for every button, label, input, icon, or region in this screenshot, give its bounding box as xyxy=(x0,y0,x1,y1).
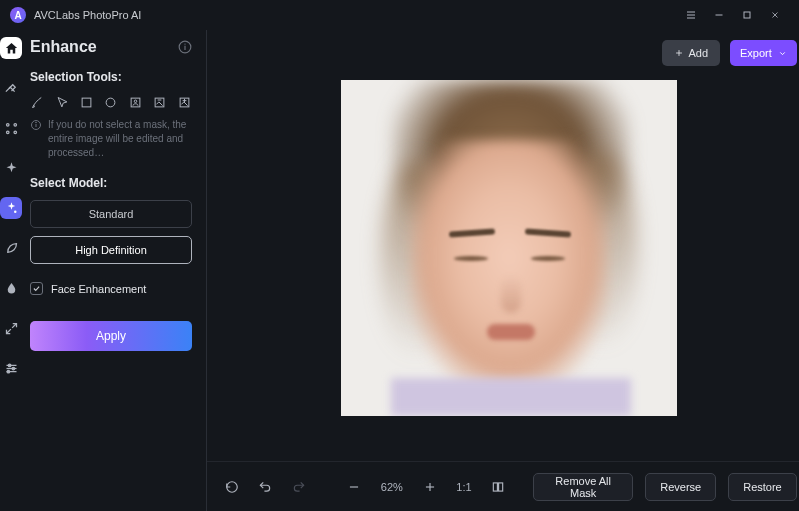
nav-eraser-icon[interactable] xyxy=(0,77,22,99)
svg-point-24 xyxy=(107,98,116,107)
canvas-area[interactable] xyxy=(207,76,799,461)
undo-icon[interactable] xyxy=(254,474,275,500)
svg-point-8 xyxy=(14,123,17,126)
compare-icon[interactable] xyxy=(488,474,509,500)
svg-point-22 xyxy=(184,43,185,44)
plus-icon xyxy=(674,48,684,58)
nav-sliders-icon[interactable] xyxy=(0,357,22,379)
svg-point-17 xyxy=(8,364,11,367)
panel-title: Enhance xyxy=(30,38,178,56)
export-button[interactable]: Export xyxy=(730,40,797,66)
maximize-icon[interactable] xyxy=(733,1,761,29)
apply-button[interactable]: Apply xyxy=(30,321,192,351)
add-button[interactable]: Add xyxy=(662,40,720,66)
app-logo xyxy=(10,7,26,23)
circle-tool-icon[interactable] xyxy=(103,94,118,110)
app-title: AVCLabs PhotoPro AI xyxy=(34,9,141,21)
nav-enhance-icon[interactable] xyxy=(0,197,22,219)
close-icon[interactable] xyxy=(761,1,789,29)
svg-point-26 xyxy=(134,100,137,103)
refresh-icon[interactable] xyxy=(221,474,242,500)
workspace-toolbar-bottom: 62% 1:1 Remove All Mask Reverse Restore xyxy=(207,461,799,511)
face-enhancement-checkbox[interactable]: Face Enhancement xyxy=(30,282,192,295)
checkbox-icon xyxy=(30,282,43,295)
nav-sparkle-icon[interactable] xyxy=(0,157,22,179)
svg-point-7 xyxy=(6,123,9,126)
svg-line-12 xyxy=(12,323,16,327)
pointer-tool-icon[interactable] xyxy=(54,94,69,110)
nav-rail xyxy=(0,30,22,511)
svg-line-13 xyxy=(6,329,10,333)
zoom-in-icon[interactable] xyxy=(419,474,440,500)
remove-all-mask-button[interactable]: Remove All Mask xyxy=(533,473,633,501)
selection-hint: If you do not select a mask, the entire … xyxy=(30,118,192,160)
reverse-button[interactable]: Reverse xyxy=(645,473,716,501)
nav-expand-icon[interactable] xyxy=(0,317,22,339)
info-icon[interactable] xyxy=(178,40,192,54)
selection-tool-row xyxy=(30,94,192,110)
minimize-icon[interactable] xyxy=(705,1,733,29)
rect-tool-icon[interactable] xyxy=(79,94,94,110)
svg-point-11 xyxy=(14,210,17,213)
person-tool-icon[interactable] xyxy=(128,94,143,110)
info-small-icon xyxy=(30,119,42,131)
model-high-definition-button[interactable]: High Definition xyxy=(30,236,192,264)
zoom-value: 62% xyxy=(377,481,407,493)
svg-rect-23 xyxy=(82,98,91,107)
chevron-down-icon xyxy=(778,49,787,58)
restore-button[interactable]: Restore xyxy=(728,473,797,501)
svg-point-9 xyxy=(6,131,9,134)
face-enhancement-label: Face Enhancement xyxy=(51,283,146,295)
model-standard-button[interactable]: Standard xyxy=(30,200,192,228)
section-selection-tools: Selection Tools: xyxy=(30,70,192,84)
add-label: Add xyxy=(688,47,708,59)
fit-label[interactable]: 1:1 xyxy=(452,481,475,493)
image-add-tool-icon[interactable] xyxy=(177,94,192,110)
zoom-out-icon[interactable] xyxy=(343,474,364,500)
svg-rect-40 xyxy=(494,482,498,490)
nav-drop-icon[interactable] xyxy=(0,277,22,299)
svg-point-18 xyxy=(12,367,15,370)
nav-leaf-icon[interactable] xyxy=(0,237,22,259)
titlebar: AVCLabs PhotoPro AI xyxy=(0,0,799,30)
brush-tool-icon[interactable] xyxy=(30,94,45,110)
section-select-model: Select Model: xyxy=(30,176,192,190)
workspace-toolbar-top: Add Export xyxy=(207,30,799,76)
redo-icon[interactable] xyxy=(288,474,309,500)
side-panel: Enhance Selection Tools: If you do not s… xyxy=(22,30,207,511)
image-canvas xyxy=(341,80,677,416)
export-label: Export xyxy=(740,47,772,59)
nav-nodes-icon[interactable] xyxy=(0,117,22,139)
nav-home-icon[interactable] xyxy=(0,37,22,59)
svg-rect-41 xyxy=(499,482,503,490)
hamburger-menu-icon[interactable] xyxy=(677,1,705,29)
hint-text: If you do not select a mask, the entire … xyxy=(48,118,192,160)
image-subtract-tool-icon[interactable] xyxy=(152,94,167,110)
svg-point-10 xyxy=(14,131,17,134)
svg-point-34 xyxy=(36,122,37,123)
svg-point-19 xyxy=(7,370,10,373)
workspace: Add Export xyxy=(207,30,799,511)
svg-rect-4 xyxy=(744,12,750,18)
